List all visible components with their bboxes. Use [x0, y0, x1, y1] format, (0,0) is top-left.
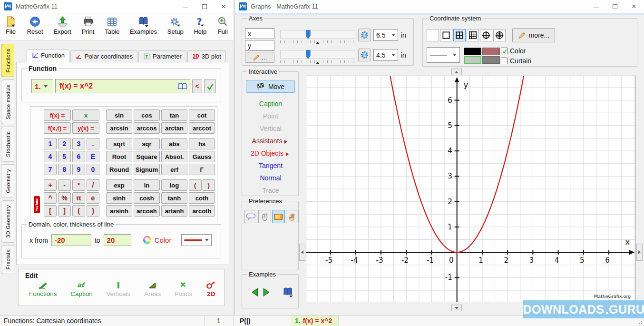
key-abs[interactable]: abs	[161, 138, 187, 149]
key-3[interactable]: 3	[72, 138, 85, 149]
key-9[interactable]: 9	[72, 164, 85, 175]
key-sin[interactable]: sin	[106, 109, 132, 121]
x-size-settings-button[interactable]	[358, 29, 371, 41]
grid-line-style-select[interactable]	[427, 47, 460, 63]
height-select[interactable]: 4.5	[373, 49, 398, 61]
x-axis-label-field[interactable]: x	[245, 28, 274, 39]
toolbar-full-button[interactable]: Full	[217, 16, 229, 39]
interactive-2d-objects-button[interactable]: 2D Objects	[242, 148, 299, 158]
y-size-settings-button[interactable]	[358, 49, 371, 61]
next-example-button[interactable]	[262, 286, 271, 298]
y-axis-label-field[interactable]: y	[245, 40, 274, 51]
edit-2d-button[interactable]: 2D	[206, 281, 216, 297]
key-arcsin[interactable]: arcsin	[106, 122, 132, 134]
interactive-normal-button[interactable]: Normal	[242, 173, 299, 183]
tab-3d-plot[interactable]: 3D3D plot	[187, 50, 226, 62]
key-8[interactable]: 8	[58, 164, 71, 175]
axes-edit-button[interactable]: ...	[245, 52, 274, 63]
preference-tooltip-button[interactable]	[244, 210, 257, 223]
key-absol[interactable]: Absol.	[161, 151, 187, 162]
key-square[interactable]: Square	[134, 151, 160, 162]
interactive-point-button[interactable]: Point	[242, 111, 299, 121]
interactive-assistants-button[interactable]: Assistants	[242, 136, 299, 146]
key-arsinh[interactable]: arsinh	[106, 205, 132, 217]
key-y-x[interactable]: y(x) =	[72, 122, 99, 134]
side-tab-geometry[interactable]: Geometry	[1, 164, 14, 198]
key-tan[interactable]: tan	[161, 109, 187, 121]
toolbar-export-button[interactable]: Export	[53, 16, 71, 39]
function-input[interactable]: f(x) = x^2	[55, 79, 190, 93]
tab-parameter[interactable]: Parameter	[138, 50, 186, 62]
grid-style-polar-rings-button[interactable]	[493, 29, 506, 41]
interactive-tangent-button[interactable]: Tangent	[242, 160, 299, 171]
previous-function-button[interactable]: <	[192, 79, 202, 93]
tab-polar-coordinates[interactable]: Polar coordinates	[70, 50, 137, 62]
key-gauss[interactable]: Gauss	[189, 151, 215, 162]
key-key[interactable]: )	[203, 179, 215, 191]
examples-book-button[interactable]	[282, 286, 293, 298]
color-swatch[interactable]	[482, 48, 500, 55]
maximize-button[interactable]	[201, 3, 208, 10]
key-key[interactable]: /	[87, 179, 99, 191]
key-cos[interactable]: cos	[134, 109, 160, 121]
edit-verticals-button[interactable]: Verticals	[106, 281, 130, 297]
more-button[interactable]: more...	[512, 28, 555, 42]
key-0[interactable]: 0	[87, 164, 99, 175]
line-thickness-select[interactable]	[181, 234, 212, 246]
key-1[interactable]: 1	[44, 138, 57, 149]
key-2[interactable]: 2	[58, 138, 71, 149]
key-f-x-t[interactable]: f(x,t) =	[44, 122, 71, 134]
color-checkbox[interactable]	[501, 48, 507, 54]
key-e[interactable]: E	[87, 151, 99, 162]
grid-style-frame-button[interactable]	[440, 29, 452, 41]
key-cot[interactable]: cot	[189, 109, 215, 121]
side-tab-functions[interactable]: Functions	[1, 44, 14, 77]
toolbar-help-button[interactable]: ?Help	[194, 16, 206, 39]
minimize-button[interactable]	[593, 3, 599, 10]
graph-area[interactable]: -5-4-3-2-10123456-1123456yxMatheGrafix.o…	[306, 76, 636, 302]
side-tab-space-module[interactable]: Space module	[1, 79, 14, 124]
youtube-badge[interactable]: YouTube	[34, 196, 40, 213]
color-swatch[interactable]	[464, 56, 481, 64]
interactive-vertical-button[interactable]: Vertical	[242, 123, 299, 134]
key-f-x[interactable]: f(x) =	[44, 109, 71, 121]
key-6[interactable]: 6	[72, 151, 85, 162]
key-key[interactable]: %	[58, 192, 71, 204]
key-e[interactable]: e	[87, 192, 99, 204]
toolbar-setup-button[interactable]: Setup	[167, 16, 184, 39]
color-label[interactable]: Color	[155, 236, 172, 244]
graph-scroll-left-button[interactable]	[299, 244, 305, 261]
edit-areas-button[interactable]: Areas	[144, 281, 161, 297]
toolbar-print-button[interactable]: Print	[82, 16, 95, 39]
side-tab-3d-geometry[interactable]: 3D Geometry	[1, 200, 14, 243]
key-key[interactable]: *	[72, 179, 85, 191]
grid-style-grid-fine-button[interactable]	[467, 29, 479, 41]
side-tab-stochastic[interactable]: Stochastic	[1, 127, 14, 162]
key-round[interactable]: Round	[106, 164, 132, 175]
key-key[interactable]: (	[189, 179, 202, 191]
minimize-button[interactable]	[182, 3, 189, 10]
key-7[interactable]: 7	[44, 164, 57, 175]
grid-style-grid-coarse-button[interactable]	[453, 29, 466, 41]
slider-thumb[interactable]	[306, 50, 311, 59]
key-sqr[interactable]: sqr	[134, 138, 160, 149]
key-sqrt[interactable]: sqrt	[106, 138, 132, 149]
preference-screen-button[interactable]	[272, 210, 285, 223]
key-arctan[interactable]: arctan	[161, 122, 187, 134]
grid-style-blank-button[interactable]	[427, 29, 439, 41]
key-key[interactable]: Γ	[189, 164, 215, 175]
width-select[interactable]: 6.5	[373, 29, 398, 41]
tab-function[interactable]: Function	[27, 49, 69, 62]
key-x[interactable]: x	[72, 109, 99, 121]
key-tanh[interactable]: tanh	[161, 192, 187, 204]
edit-functions-button[interactable]: Functions	[29, 281, 57, 297]
key-erf[interactable]: erf	[161, 164, 187, 175]
key-artanh[interactable]: artanh	[161, 205, 187, 217]
preference-mouse-button[interactable]	[258, 210, 271, 223]
key-hs[interactable]: hs	[189, 138, 215, 149]
slider-thumb[interactable]	[306, 30, 311, 39]
toolbar-table-button[interactable]: Table	[105, 16, 119, 39]
key-arcosh[interactable]: arcosh	[134, 205, 160, 217]
key-key[interactable]: ^	[44, 192, 57, 204]
key-key[interactable]: π	[72, 192, 85, 204]
